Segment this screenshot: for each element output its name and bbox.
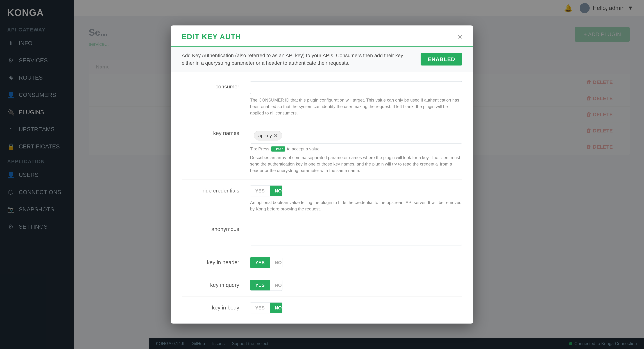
anonymous-input[interactable] <box>250 224 462 246</box>
key-names-label: key names <box>182 128 239 136</box>
apikey-tag: apikey ✕ <box>254 131 282 141</box>
key-in-header-yes[interactable]: YES <box>250 257 270 268</box>
modal-body: consumer The CONSUMER ID that this plugi… <box>171 72 473 324</box>
consumer-field-row: consumer The CONSUMER ID that this plugi… <box>182 76 462 122</box>
consumer-label: consumer <box>182 81 239 90</box>
key-in-body-yes[interactable]: YES <box>250 303 270 313</box>
key-in-query-toggle[interactable]: YES NO <box>250 280 282 291</box>
key-in-header-control: YES NO <box>250 257 462 268</box>
hide-credentials-control: YES NO An optional boolean value telling… <box>250 185 462 212</box>
anonymous-label: anonymous <box>182 224 239 232</box>
key-names-control: apikey ✕ Tip: Press Enter to accept a va… <box>250 128 462 174</box>
hide-credentials-label: hide credentials <box>182 185 239 194</box>
modal-title: EDIT KEY AUTH <box>182 33 241 41</box>
key-names-tag-container[interactable]: apikey ✕ <box>250 128 462 144</box>
tag-label: apikey <box>258 133 272 139</box>
run-on-preflight-field-row: run on preflight YES NO <box>182 319 462 324</box>
key-in-body-toggle[interactable]: YES NO <box>250 303 282 314</box>
key-in-header-no[interactable]: NO <box>270 257 282 268</box>
key-in-header-toggle[interactable]: YES NO <box>250 257 282 268</box>
anonymous-control <box>250 224 462 246</box>
enabled-badge[interactable]: ENABLED <box>420 53 462 66</box>
key-names-field-row: key names apikey ✕ Tip: Press Enter to a… <box>182 122 462 180</box>
key-names-hint: Describes an array of comma separated pa… <box>250 154 462 174</box>
tag-remove-button[interactable]: ✕ <box>274 133 278 138</box>
key-in-body-label: key in body <box>182 303 239 311</box>
key-in-header-field-row: key in header YES NO <box>182 251 462 274</box>
close-button[interactable]: × <box>458 33 462 41</box>
hide-credentials-toggle[interactable]: YES NO <box>250 185 282 196</box>
enter-key-badge: Enter <box>271 146 285 152</box>
hide-credentials-hint: An optional boolean value telling the pl… <box>250 199 462 212</box>
hide-credentials-field-row: hide credentials YES NO An optional bool… <box>182 180 462 218</box>
hide-credentials-yes[interactable]: YES <box>250 186 270 196</box>
modal-description-bar: Add Key Authentication (also referred to… <box>171 47 473 72</box>
modal-description: Add Key Authentication (also referred to… <box>182 52 416 67</box>
key-in-body-control: YES NO <box>250 303 462 314</box>
key-in-body-no[interactable]: NO <box>270 303 282 313</box>
modal-header: EDIT KEY AUTH × <box>171 25 473 47</box>
key-in-query-field-row: key in query YES NO <box>182 274 462 297</box>
edit-key-auth-modal: EDIT KEY AUTH × Add Key Authentication (… <box>171 25 473 324</box>
key-names-tip: Tip: Press Enter to accept a value. <box>250 146 462 151</box>
key-in-body-field-row: key in body YES NO <box>182 297 462 319</box>
key-in-query-no[interactable]: NO <box>270 280 282 291</box>
consumer-control: The CONSUMER ID that this plugin configu… <box>250 81 462 116</box>
consumer-hint: The CONSUMER ID that this plugin configu… <box>250 97 462 116</box>
anonymous-field-row: anonymous <box>182 218 462 251</box>
key-in-query-control: YES NO <box>250 280 462 291</box>
consumer-input[interactable] <box>250 81 462 94</box>
hide-credentials-no[interactable]: NO <box>270 186 282 196</box>
key-in-query-label: key in query <box>182 280 239 288</box>
key-in-query-yes[interactable]: YES <box>250 280 270 291</box>
key-in-header-label: key in header <box>182 257 239 265</box>
